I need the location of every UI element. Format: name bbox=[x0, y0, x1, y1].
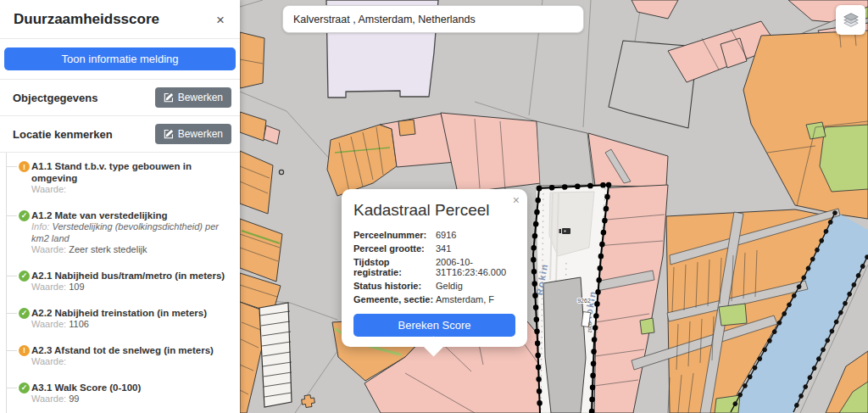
warning-icon: ! bbox=[19, 345, 30, 356]
popup-row-label: Gemeente, sectie: bbox=[353, 294, 436, 304]
score-list-item: ! A2.3 Afstand tot de snelweg (in meters… bbox=[6, 345, 233, 368]
section-locatie-kenmerken: Locatie kenmerken Bewerken bbox=[0, 116, 240, 153]
score-list-item: ✓ A1.2 Mate van verstedelijking Info: Ve… bbox=[6, 210, 233, 256]
bereken-score-button[interactable]: Bereken Score bbox=[353, 314, 515, 337]
info-button-row: Toon informatie melding bbox=[0, 39, 240, 80]
pencil-square-icon bbox=[164, 129, 174, 139]
market-hall-building bbox=[259, 303, 292, 407]
score-item-waarde: Waarde: Zeer sterk stedelijk bbox=[31, 244, 233, 256]
sidebar-header: Duurzaamheidsscore × bbox=[0, 0, 240, 39]
popup-row-label: Tijdstop registratie: bbox=[353, 257, 436, 277]
check-icon: ✓ bbox=[19, 271, 30, 282]
app-window: Rokin Rokin 9262 9262 bbox=[0, 0, 868, 413]
score-item-title: A2.3 Afstand tot de snelweg (in meters) bbox=[31, 345, 233, 357]
popup-row-label: Perceel grootte: bbox=[353, 243, 436, 254]
popup-row-value: 341 bbox=[436, 243, 515, 254]
score-list-item: ! A1.1 Stand t.b.v. type gebouwen in omg… bbox=[6, 161, 233, 196]
layers-button[interactable] bbox=[836, 5, 865, 35]
score-item-title: A1.2 Mate van verstedelijking bbox=[31, 210, 233, 222]
check-icon: ✓ bbox=[19, 210, 30, 221]
score-list-item: ✓ A2.1 Nabijheid bus/tram/metro (in mete… bbox=[6, 271, 233, 293]
popup-rows: Perceelnummer: 6916 Perceel grootte: 341… bbox=[353, 230, 515, 304]
edit-location-button[interactable]: Bewerken bbox=[155, 124, 231, 144]
score-item-info: Info: Verstedelijking (bevolkingsdichthe… bbox=[31, 221, 233, 244]
check-icon: ✓ bbox=[19, 308, 30, 319]
score-item-title: A1.1 Stand t.b.v. type gebouwen in omgev… bbox=[31, 161, 233, 184]
score-item-waarde: Waarde: 109 bbox=[31, 282, 233, 293]
score-item-title: A2.2 Nabijheid treinstation (in meters) bbox=[31, 308, 233, 320]
section-label: Objectgegevens bbox=[13, 92, 97, 104]
popup-row-label: Perceelnummer: bbox=[353, 230, 436, 240]
popup-row-value: 2006-10-31T16:23:46.000 bbox=[436, 257, 515, 277]
score-item-list: ! A1.1 Stand t.b.v. type gebouwen in omg… bbox=[6, 153, 240, 413]
parcel-popup: × Kadastraal Perceel Perceelnummer: 6916… bbox=[342, 189, 527, 347]
score-item-waarde: Waarde: bbox=[31, 356, 233, 368]
score-list-item: ✓ A3.1 Walk Score (0-100) Waarde: 99 bbox=[6, 382, 233, 405]
svg-text:9262: 9262 bbox=[587, 322, 593, 332]
edit-button-label: Bewerken bbox=[178, 128, 223, 140]
popup-row-value: Geldig bbox=[436, 281, 515, 291]
search-input[interactable] bbox=[282, 5, 584, 33]
popup-row-value: 6916 bbox=[436, 230, 515, 240]
popup-row-value: Amsterdam, F bbox=[436, 294, 515, 304]
check-icon: ✓ bbox=[19, 382, 30, 393]
metro-station-icon bbox=[559, 228, 571, 234]
score-item-waarde: Waarde: 99 bbox=[31, 393, 233, 405]
section-objectgegevens: Objectgegevens Bewerken bbox=[0, 80, 240, 116]
score-item-title: A3.1 Walk Score (0-100) bbox=[31, 382, 233, 394]
score-item-waarde: Waarde: bbox=[31, 184, 233, 196]
small-poi-circle bbox=[279, 170, 283, 174]
popup-title: Kadastraal Perceel bbox=[353, 201, 515, 220]
popup-row-label: Status historie: bbox=[353, 281, 436, 291]
popup-close-icon[interactable]: × bbox=[513, 193, 520, 207]
panel-close-icon[interactable]: × bbox=[214, 13, 226, 27]
warning-icon: ! bbox=[19, 161, 30, 172]
edit-object-button[interactable]: Bewerken bbox=[155, 87, 231, 108]
score-list-item: ✓ A2.2 Nabijheid treinstation (in meters… bbox=[6, 308, 233, 331]
sidebar-panel: Duurzaamheidsscore × Toon informatie mel… bbox=[0, 0, 240, 413]
panel-title: Duurzaamheidsscore bbox=[14, 11, 159, 28]
layers-icon bbox=[842, 11, 860, 30]
score-item-waarde: Waarde: 1106 bbox=[31, 319, 233, 331]
section-label: Locatie kenmerken bbox=[13, 128, 113, 141]
edit-button-label: Bewerken bbox=[178, 92, 223, 103]
score-item-title: A2.1 Nabijheid bus/tram/metro (in meters… bbox=[31, 271, 233, 282]
show-info-message-button[interactable]: Toon informatie melding bbox=[4, 47, 236, 70]
pencil-square-icon bbox=[164, 92, 174, 103]
parcel-number-label: 9262 bbox=[577, 298, 591, 304]
